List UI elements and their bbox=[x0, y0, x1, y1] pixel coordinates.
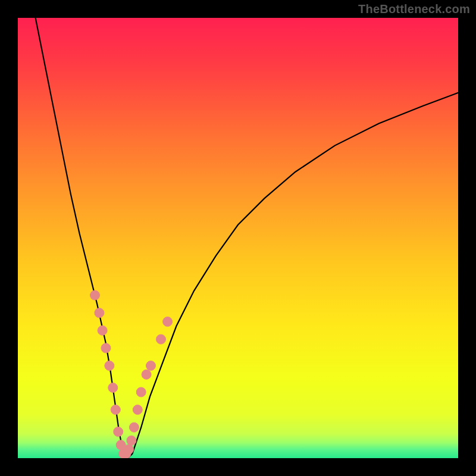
bottleneck-curve bbox=[36, 18, 458, 458]
marker-dot bbox=[108, 383, 118, 393]
marker-dot bbox=[95, 308, 104, 318]
plot-area bbox=[18, 18, 458, 458]
marker-dot bbox=[127, 436, 136, 445]
watermark-text: TheBottleneck.com bbox=[358, 2, 470, 16]
marker-dot bbox=[111, 405, 120, 415]
marker-dot bbox=[98, 325, 107, 335]
marker-dot bbox=[90, 290, 100, 300]
marker-group bbox=[90, 290, 173, 458]
marker-dot bbox=[133, 405, 142, 415]
marker-dot bbox=[142, 369, 151, 379]
marker-dot bbox=[163, 317, 173, 327]
marker-dot bbox=[136, 387, 146, 397]
marker-dot bbox=[124, 444, 134, 454]
chart-frame: TheBottleneck.com bbox=[0, 0, 476, 476]
marker-dot bbox=[129, 422, 139, 432]
curve-layer bbox=[18, 18, 458, 458]
marker-dot bbox=[105, 361, 114, 371]
marker-dot bbox=[114, 427, 123, 437]
marker-dot bbox=[101, 343, 111, 353]
marker-dot bbox=[146, 361, 156, 371]
marker-dot bbox=[156, 334, 166, 344]
